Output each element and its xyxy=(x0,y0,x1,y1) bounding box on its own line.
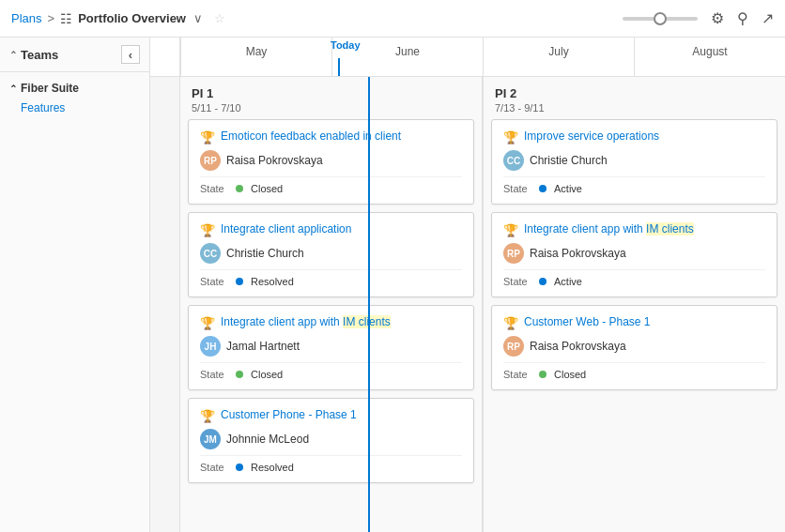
card-state-row: State Resolved xyxy=(200,455,462,473)
breadcrumb-separator: > xyxy=(48,11,55,25)
month-may: May xyxy=(180,38,331,76)
sidebar-collapse-button[interactable]: ‹ xyxy=(121,45,140,64)
avatar: RP xyxy=(503,336,524,357)
state-label: State xyxy=(200,276,228,287)
card-title: Integrate client app with IM clients xyxy=(221,315,391,330)
state-text: Active xyxy=(554,183,582,194)
pi1-card-0[interactable]: 🏆 Emoticon feedback enabled in client RP… xyxy=(188,119,474,205)
card-title-row: 🏆 Customer Phone - Phase 1 xyxy=(200,408,462,423)
expand-icon[interactable]: ↗ xyxy=(762,9,774,27)
state-dot xyxy=(236,371,243,378)
pi1-title: PI 1 xyxy=(192,86,470,100)
card-state-row: State Resolved xyxy=(200,269,462,287)
pi1-card-2[interactable]: 🏆 Integrate client app with IM clients J… xyxy=(188,305,474,390)
card-title: Customer Web - Phase 1 xyxy=(524,315,651,330)
favorite-star-icon[interactable]: ☆ xyxy=(214,11,225,25)
assignee-name: Jamal Hartnett xyxy=(226,340,300,353)
today-indicator-line xyxy=(338,58,340,76)
state-text: Resolved xyxy=(251,462,294,473)
avatar: RP xyxy=(200,150,221,171)
state-label: State xyxy=(200,183,228,194)
state-dot xyxy=(236,278,243,285)
state-dot xyxy=(539,278,546,285)
card-title-row: 🏆 Integrate client application xyxy=(200,222,462,237)
pi2-card-1[interactable]: 🏆 Integrate client app with IM clients R… xyxy=(491,212,777,297)
card-assignee: RP Raisa Pokrovskaya xyxy=(503,243,765,264)
sidebar-item-features[interactable]: Features xyxy=(0,99,149,117)
state-label: State xyxy=(503,276,531,287)
page-title: Portfolio Overview xyxy=(78,11,186,25)
card-state-row: State Active xyxy=(503,176,765,194)
trophy-icon: 🏆 xyxy=(200,223,215,237)
sidebar-teams-header: ⌃ Teams ‹ xyxy=(0,38,149,72)
pi2-card-0[interactable]: 🏆 Improve service operations CC Christie… xyxy=(491,119,777,205)
sidebar-group-header[interactable]: ⌃ Fiber Suite xyxy=(0,78,149,99)
state-text: Resolved xyxy=(251,276,294,287)
breadcrumb: Plans > ☷ Portfolio Overview ∨ ☆ xyxy=(11,11,225,26)
card-title: Improve service operations xyxy=(524,129,659,144)
assignee-name: Raisa Pokrovskaya xyxy=(530,340,626,353)
avatar: CC xyxy=(503,150,524,171)
trophy-icon: 🏆 xyxy=(200,130,215,144)
zoom-slider[interactable] xyxy=(623,17,698,21)
today-label: Today xyxy=(331,39,361,51)
teams-chevron-icon: ⌃ xyxy=(9,50,17,60)
card-title: Integrate client application xyxy=(221,222,351,237)
pi1-card-3[interactable]: 🏆 Customer Phone - Phase 1 JM Johnnie Mc… xyxy=(188,398,474,483)
state-label: State xyxy=(503,369,531,380)
avatar: RP xyxy=(503,243,524,264)
state-dot xyxy=(539,371,546,378)
timeline-header: Today May June July August xyxy=(150,38,785,77)
avatar: JH xyxy=(200,336,221,357)
card-title: Customer Phone - Phase 1 xyxy=(221,408,357,423)
plans-link[interactable]: Plans xyxy=(11,11,42,25)
avatar: CC xyxy=(200,243,221,264)
card-assignee: CC Christie Church xyxy=(200,243,462,264)
card-assignee: RP Raisa Pokrovskaya xyxy=(200,150,462,171)
state-text: Closed xyxy=(251,369,283,380)
card-assignee: RP Raisa Pokrovskaya xyxy=(503,336,765,357)
card-state-row: State Closed xyxy=(200,362,462,380)
pi1-section: PI 1 5/11 - 7/10 🏆 Emoticon feedback ena… xyxy=(180,77,483,532)
sidebar-group-fiber-suite: ⌃ Fiber Suite Features xyxy=(0,72,149,123)
pi1-card-1[interactable]: 🏆 Integrate client application CC Christ… xyxy=(188,212,474,297)
pi2-title: PI 2 xyxy=(495,86,774,100)
trophy-icon: 🏆 xyxy=(503,316,518,330)
title-chevron-icon[interactable]: ∨ xyxy=(193,11,203,25)
sidebar-gutter xyxy=(150,77,180,532)
state-text: Closed xyxy=(251,183,283,194)
grid-icon: ☷ xyxy=(60,11,72,26)
month-july: July xyxy=(483,38,634,76)
card-title-row: 🏆 Customer Web - Phase 1 xyxy=(503,315,765,330)
trophy-icon: 🏆 xyxy=(503,223,518,237)
pi2-header: PI 2 7/13 - 9/11 xyxy=(491,77,777,119)
pi2-section: PI 2 7/13 - 9/11 🏆 Improve service opera… xyxy=(483,77,785,532)
pi-cards-area: PI 1 5/11 - 7/10 🏆 Emoticon feedback ena… xyxy=(180,77,785,532)
card-title-row: 🏆 Integrate client app with IM clients xyxy=(200,315,462,330)
state-text: Active xyxy=(554,276,582,287)
trophy-icon: 🏆 xyxy=(200,409,215,423)
trophy-icon: 🏆 xyxy=(200,316,215,330)
zoom-thumb[interactable] xyxy=(654,12,667,25)
pi2-card-2[interactable]: 🏆 Customer Web - Phase 1 RP Raisa Pokrov… xyxy=(491,305,777,390)
pi1-dates: 5/11 - 7/10 xyxy=(192,102,470,114)
state-label: State xyxy=(503,183,531,194)
avatar: JM xyxy=(200,429,221,449)
header: Plans > ☷ Portfolio Overview ∨ ☆ ⚙ ⚲ ↗ xyxy=(0,0,785,38)
timeline-body: PI 1 5/11 - 7/10 🏆 Emoticon feedback ena… xyxy=(150,77,785,532)
group-label: Fiber Suite xyxy=(21,82,79,95)
card-state-row: State Closed xyxy=(503,362,765,380)
filter-icon[interactable]: ⚲ xyxy=(737,9,748,27)
assignee-name: Raisa Pokrovskaya xyxy=(226,154,323,167)
card-title-row: 🏆 Improve service operations xyxy=(503,129,765,144)
assignee-name: Johnnie McLeod xyxy=(226,433,309,446)
assignee-name: Christie Church xyxy=(226,247,304,260)
card-title-row: 🏆 Integrate client app with IM clients xyxy=(503,222,765,237)
state-text: Closed xyxy=(554,369,586,380)
card-state-row: State Active xyxy=(503,269,765,287)
settings-icon[interactable]: ⚙ xyxy=(711,9,724,27)
sidebar: ⌃ Teams ‹ ⌃ Fiber Suite Features xyxy=(0,38,150,532)
card-state-row: State Closed xyxy=(200,176,462,194)
main: ⌃ Teams ‹ ⌃ Fiber Suite Features Today M… xyxy=(0,38,785,532)
trophy-icon: 🏆 xyxy=(503,130,518,144)
